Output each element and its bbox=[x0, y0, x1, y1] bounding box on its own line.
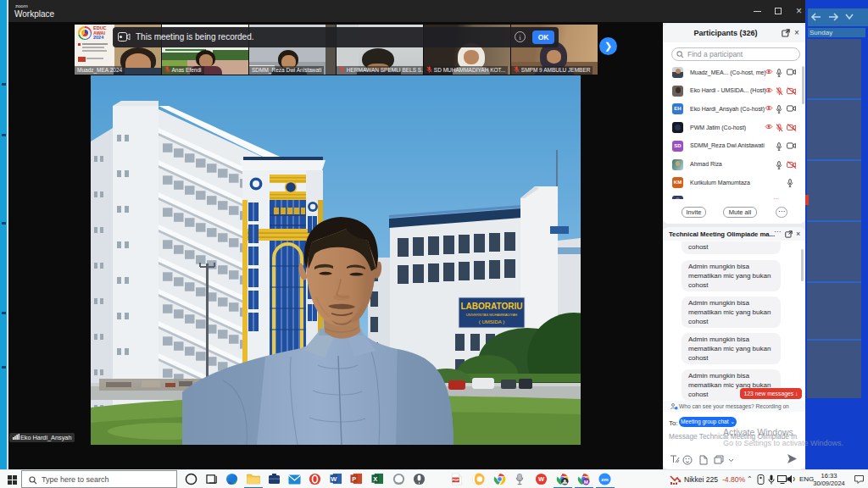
svg-text:PDF: PDF bbox=[452, 478, 459, 482]
svg-text:UNIVERSITAS MUHAMMADIYAH: UNIVERSITAS MUHAMMADIYAH bbox=[466, 313, 518, 317]
svg-text:X: X bbox=[373, 475, 377, 483]
svg-text:P: P bbox=[352, 475, 356, 483]
svg-text:( UMSIDA ): ( UMSIDA ) bbox=[479, 319, 504, 324]
svg-text:W: W bbox=[538, 475, 545, 483]
svg-text:M: M bbox=[584, 479, 588, 485]
svg-text:zm: zm bbox=[601, 476, 609, 482]
svg-text:LABORATORIU: LABORATORIU bbox=[461, 302, 523, 311]
svg-text:W: W bbox=[331, 475, 337, 483]
